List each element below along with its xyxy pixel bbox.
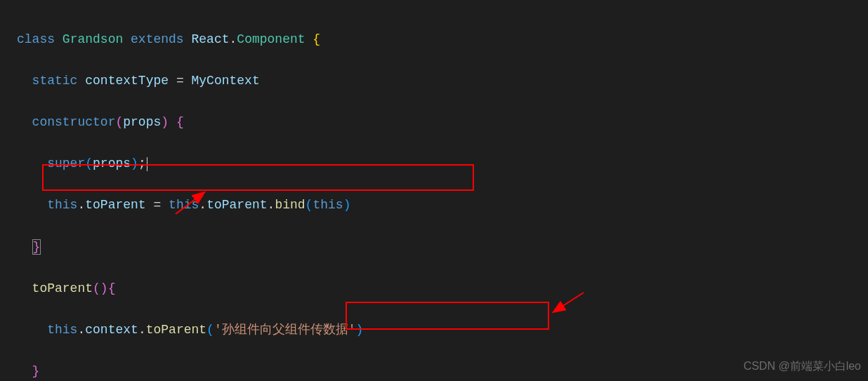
code-line-1: class Grandson extends React.Component { [17, 29, 868, 51]
code-line-6: } [17, 237, 868, 258]
code-line-2: static contextType = MyContext [17, 71, 868, 92]
code-line-8: this.context.toParent('孙组件向父组件传数据') [17, 320, 868, 341]
code-line-5: this.toParent = this.toParent.bind(this) [17, 195, 868, 216]
code-line-3: constructor(props) { [17, 112, 868, 133]
watermark-text: CSDN @前端菜小白leo [744, 357, 861, 375]
code-line-7: toParent(){ [17, 279, 868, 300]
text-cursor [147, 157, 147, 171]
code-editor[interactable]: class Grandson extends React.Component {… [0, 8, 868, 381]
code-line-9: } [17, 361, 868, 381]
code-line-4: super(props); [17, 154, 868, 175]
